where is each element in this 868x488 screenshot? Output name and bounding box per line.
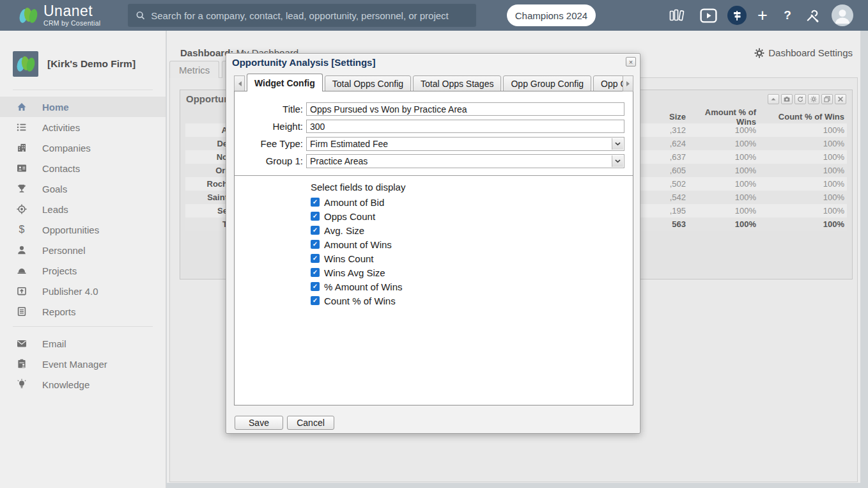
snapshot-icon[interactable]	[781, 94, 793, 104]
home-icon	[15, 100, 28, 113]
sidebar-item-leads[interactable]: Leads	[0, 199, 166, 219]
personnel-icon	[15, 244, 28, 256]
cell-count-pct: 100%	[756, 206, 847, 216]
sidebar-item-email[interactable]: Email	[0, 333, 166, 354]
library-icon[interactable]	[666, 0, 686, 31]
form-row-height: Height:	[235, 120, 624, 133]
firm-logo-icon[interactable]	[13, 51, 38, 77]
sidebar-item-publisher-4-0[interactable]: Publisher 4.0	[0, 281, 166, 301]
sidebar-item-projects[interactable]: Projects	[0, 260, 166, 281]
widget-settings-icon[interactable]	[808, 94, 819, 104]
widget-config-panel: Title:Height:Fee Type:Firm Estimated Fee…	[234, 91, 633, 405]
app-root: Unanet CRM by Cosential Champions 2024 +…	[0, 0, 868, 488]
checkbox-avg-size[interactable]: ✓	[311, 226, 320, 235]
dashboard-tab-metrics[interactable]: Metrics	[169, 61, 219, 78]
form-row-title: Title:	[235, 102, 624, 116]
knowledge-icon	[15, 378, 28, 391]
row-label: A	[185, 125, 228, 135]
global-search	[128, 4, 476, 27]
sidebar-item-label: Leads	[42, 204, 68, 215]
goals-icon	[15, 182, 28, 195]
search-input[interactable]	[151, 10, 469, 21]
tab-scroll-right-icon[interactable]	[623, 75, 633, 91]
cell-amount-pct: 100%	[686, 125, 756, 135]
checkbox-label: Wins Avg Size	[324, 267, 385, 278]
fee-type-select[interactable]: Firm Estimated Fee	[306, 137, 624, 151]
row-label: T	[185, 219, 228, 229]
sidebar-item-goals[interactable]: Goals	[0, 178, 166, 199]
dropdown-arrow-icon[interactable]	[612, 155, 623, 167]
sidebar-item-label: Knowledge	[42, 379, 89, 390]
modal-tab-opp-group-config[interactable]: Opp Group Config	[503, 75, 591, 91]
checkbox-label: Avg. Size	[324, 225, 364, 236]
dropdown-arrow-icon[interactable]	[612, 138, 623, 150]
modal-tab-widget-config[interactable]: Widget Config	[247, 74, 323, 91]
sidebar-item-contacts[interactable]: Contacts	[0, 158, 166, 178]
guide-signpost-icon[interactable]	[727, 0, 747, 31]
sidebar-item-knowledge[interactable]: Knowledge	[0, 374, 166, 395]
sidebar-item-companies[interactable]: Companies	[0, 138, 166, 158]
modal-tab-strip: Widget ConfigTotal Opps ConfigTotal Opps…	[234, 74, 633, 91]
row-label: Roch	[185, 179, 228, 189]
modal-title: Opportunity Analysis [Settings]	[232, 57, 375, 68]
form-separator	[235, 175, 633, 176]
sidebar-item-activities[interactable]: Activities	[0, 117, 166, 138]
sidebar-item-label: Home	[42, 102, 69, 113]
cell-amount-pct: 100%	[686, 166, 756, 175]
widget-close-icon[interactable]	[835, 94, 846, 104]
cancel-button[interactable]: Cancel	[287, 416, 334, 430]
group-1-select[interactable]: Practice Areas	[306, 154, 624, 168]
refresh-icon[interactable]	[794, 94, 806, 104]
checkbox-opps-count[interactable]: ✓	[311, 212, 320, 221]
sidebar-item-opportunities[interactable]: $Opportunities	[0, 219, 166, 240]
video-tutorials-icon[interactable]	[699, 0, 718, 31]
modal-close-icon[interactable]: ×	[626, 57, 636, 67]
save-button[interactable]: Save	[235, 416, 283, 430]
sidebar-item-label: Publisher 4.0	[42, 286, 98, 297]
checkbox-amount-of-wins[interactable]: ✓	[311, 282, 320, 291]
sidebar-item-home[interactable]: Home	[0, 97, 166, 117]
sidebar-item-personnel[interactable]: Personnel	[0, 240, 166, 260]
user-avatar[interactable]	[831, 0, 854, 31]
cell-count-pct: 100%	[756, 125, 847, 135]
checkbox-amount-of-bid[interactable]: ✓	[311, 198, 320, 207]
checkbox-wins-count[interactable]: ✓	[311, 254, 320, 263]
cell-amount-pct: 100%	[686, 219, 756, 229]
checkbox-amount-of-wins[interactable]: ✓	[311, 240, 320, 249]
companies-icon	[15, 141, 28, 154]
admin-tools-icon[interactable]	[802, 0, 822, 31]
reports-icon	[15, 305, 28, 318]
checkbox-label: % Amount of Wins	[324, 281, 403, 292]
height-input[interactable]	[306, 120, 624, 133]
row-label: Se	[185, 206, 228, 216]
modal-tab-total-opps-config[interactable]: Total Opps Config	[325, 75, 411, 91]
brand-name: Unanet	[43, 3, 100, 19]
tab-scroll-left-icon[interactable]	[234, 75, 245, 91]
add-icon[interactable]: +	[753, 0, 772, 31]
collapse-icon[interactable]	[768, 94, 779, 104]
brand-tagline: CRM by Cosential	[43, 19, 100, 27]
sidebar-item-reports[interactable]: Reports	[0, 301, 166, 322]
checkbox-wins-avg-size[interactable]: ✓	[311, 268, 320, 277]
row-label: De	[185, 139, 228, 148]
column-header-count-of-wins: Count % of Wins	[756, 112, 847, 122]
checkbox-row: ✓Amount of Wins	[311, 240, 633, 249]
popout-icon[interactable]	[821, 94, 833, 104]
sidebar-item-label: Companies	[42, 143, 91, 153]
modal-tab-total-opps-stages[interactable]: Total Opps Stages	[413, 75, 501, 91]
checkbox-label: Wins Count	[324, 253, 374, 264]
sidebar-item-event-manager[interactable]: Event Manager	[0, 354, 166, 374]
checkbox-count-of-wins[interactable]: ✓	[311, 296, 320, 305]
sidebar-item-label: Event Manager	[42, 359, 107, 370]
title-input[interactable]	[306, 102, 624, 116]
unanet-logo[interactable]: Unanet CRM by Cosential	[18, 3, 100, 27]
publisher-icon	[15, 285, 28, 297]
dashboard-settings-button[interactable]: Dashboard Settings	[754, 47, 853, 58]
widget-toolbar	[768, 94, 846, 104]
sidebar-item-label: Personnel	[42, 245, 86, 256]
help-icon[interactable]: ?	[779, 0, 796, 31]
fee-type-value: Firm Estimated Fee	[310, 139, 388, 149]
champions-button[interactable]: Champions 2024	[507, 4, 596, 26]
sidebar-item-label: Contacts	[42, 163, 80, 174]
cell-count-pct: 100%	[756, 179, 847, 189]
